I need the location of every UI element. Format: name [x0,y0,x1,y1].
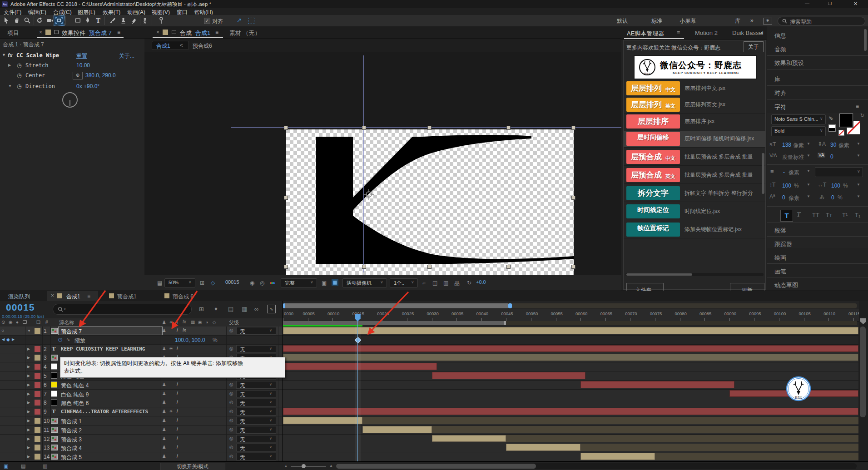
panel-header-1[interactable]: 信息 [767,28,868,42]
playhead-line[interactable] [357,315,358,461]
frame-blend-icon[interactable]: ▦ [242,306,247,312]
help-search-input[interactable]: 搜索帮助 [778,17,865,25]
collapse-arrow-icon[interactable]: ▼ [27,329,31,333]
quality-switch[interactable]: / [177,427,178,432]
layer-label-swatch[interactable] [35,454,40,460]
quality-switch[interactable]: / [177,418,178,423]
shy-switch[interactable]: ♟ [162,454,166,459]
parent-select[interactable]: 无∨ [236,444,276,451]
collapse-arrow-icon[interactable]: ▼ [8,84,12,88]
work-area-handle[interactable] [504,321,506,325]
pickwhip-icon[interactable]: ◎ [229,400,233,405]
parent-select[interactable]: 无∨ [236,408,276,416]
script-button[interactable]: 层预合成英文 [626,168,680,182]
layer-label-swatch[interactable] [35,400,40,406]
stopwatch-icon[interactable]: ◷ [17,62,21,69]
quality-switch[interactable]: / [177,445,178,450]
tab-composition-label[interactable]: 合成 [180,29,192,37]
chevron-down-icon[interactable]: ▼ [807,153,810,158]
prop-value[interactable]: 10.00 [76,62,90,69]
prop-value[interactable]: 380.0, 290.0 [85,72,116,79]
active-timeline-tab[interactable]: × 合成1 ≡ [47,291,98,302]
tab-close-icon[interactable]: × [39,29,42,35]
quality-switch[interactable]: / [177,409,178,414]
layer-name[interactable]: 预合成 3 [61,436,82,444]
chevron-down-icon[interactable]: ▼ [857,142,860,146]
pickwhip-icon[interactable]: ◎ [229,454,233,459]
layer-label-swatch[interactable] [35,364,40,370]
tool-selection[interactable] [1,16,11,25]
channels-icon[interactable] [270,280,275,285]
script-row[interactable]: 层预合成中文批量层预合成 多层合成 批量 [624,149,765,166]
navigator-handle-left[interactable] [283,303,285,308]
track-row[interactable] [283,443,859,452]
layer-name[interactable]: 黑色 纯色 6 [61,400,89,407]
no-color-icon[interactable] [838,130,844,136]
pickwhip-icon[interactable]: ◎ [229,445,233,450]
tab-motion2[interactable]: Motion 2 [695,30,718,36]
pickwhip-icon[interactable]: ◎ [229,328,233,333]
shy-layers-icon[interactable]: ▤ [228,306,233,312]
parent-select[interactable]: 无∨ [236,453,276,460]
stroke-width-value[interactable]: - [783,169,785,175]
layer-name[interactable]: 预合成 2 [61,427,82,435]
crumb-sub[interactable]: 预合成6 [193,42,212,50]
script-row[interactable]: 时间线定位时间线定位.jsx [624,203,765,220]
prop-label[interactable]: Center [25,72,45,79]
layer-search-input[interactable]: ▾ [53,304,192,315]
keyframe-indicator-icon[interactable]: ◆ [6,337,10,342]
bbox-handle[interactable] [571,126,575,130]
maximize-button[interactable]: ❐ [819,0,840,8]
bbox-handle[interactable] [284,196,288,200]
eyedropper-icon[interactable]: ✐ [828,115,833,122]
layer-bar-tail[interactable] [362,417,858,424]
shy-switch[interactable]: ♟ [162,400,166,405]
tracking-value[interactable]: 0 [830,153,833,160]
pickwhip-icon[interactable]: ◎ [229,418,233,423]
tab-overflow-chevron[interactable]: » [760,30,764,36]
effect-header-row[interactable]: ▼ fx CC Scale Wipe 重置 关于... [0,52,144,61]
layer-bar[interactable] [580,453,655,460]
tool-rectangle[interactable] [73,16,83,25]
script-row[interactable]: 层层排列英文层层排列英文.jsx [624,97,765,114]
track-row[interactable] [283,416,859,425]
layer-label-swatch[interactable] [35,427,40,433]
panel-header-bottom-3[interactable]: 绘画 [767,250,868,264]
small-caps-button[interactable]: Tᴛ [826,212,832,218]
chevron-down-icon[interactable]: ▼ [807,183,810,187]
mask-toggle-icon[interactable]: ◇ [211,280,215,286]
swap-colors-icon[interactable]: ↻ [860,113,864,119]
tab-render-queue[interactable]: 渲染队列 [8,293,30,301]
parent-select[interactable]: 无∨ [236,399,276,406]
direction-dial[interactable] [62,92,78,108]
parent-select[interactable]: 无∨ [236,417,276,425]
layer-label-swatch[interactable] [35,436,40,442]
panel-header-2[interactable]: 音频 [767,42,868,56]
layer-bar[interactable] [283,327,858,334]
about-button[interactable]: 关于 [744,41,764,52]
panel-header-character[interactable]: 字符 ≡ [767,99,868,113]
time-ruler[interactable]: 0000000050001000015000200002500030000350… [283,309,859,322]
tool-pen[interactable] [83,16,93,25]
shy-switch[interactable]: ♟ [162,418,166,423]
close-button[interactable]: ✕ [843,0,868,8]
shy-switch[interactable]: ♟ [162,436,166,441]
script-row[interactable]: 层层排列中文层层排列中文.jsx [624,80,765,97]
layer-label-swatch[interactable] [35,409,40,415]
superscript-button[interactable]: T¹ [842,212,848,218]
expand-arrow-icon[interactable]: ▶ [27,455,30,459]
exposure-value[interactable]: +0.0 [476,279,486,285]
shy-switch[interactable]: ♟ [162,391,166,396]
expand-layer-switches-icon[interactable]: ▣ [4,463,8,469]
zoom-select[interactable]: 50% ∨ [164,278,195,287]
parent-column-label[interactable]: 父级 [229,319,239,326]
script-row[interactable]: 层层排序层层排序.jsx [624,114,765,130]
zoom-out-mountain-icon[interactable]: ▲ [284,464,288,467]
bbox-handle[interactable] [362,265,366,269]
track-row[interactable] [283,435,859,444]
v-scrollbar-thumb[interactable] [762,153,764,194]
time-navigator-span[interactable] [283,303,510,308]
effect-reset-link[interactable]: 重置 [76,52,87,60]
layer-name[interactable]: 预合成 1 [61,418,82,425]
stopwatch-icon[interactable]: ◷ [58,336,63,342]
